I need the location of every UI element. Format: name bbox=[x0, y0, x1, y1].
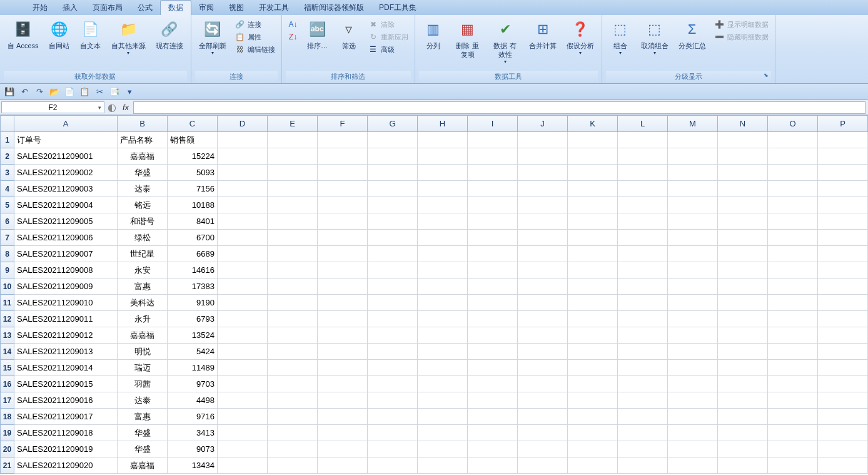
remove-duplicates-button[interactable]: ▦ 删除 重复项 bbox=[450, 18, 485, 60]
cell[interactable] bbox=[268, 165, 318, 181]
cell[interactable] bbox=[268, 409, 318, 425]
cell[interactable]: SALES20211209007 bbox=[14, 246, 118, 262]
cell[interactable] bbox=[318, 246, 368, 262]
cell[interactable] bbox=[518, 311, 568, 327]
cell[interactable] bbox=[418, 213, 468, 230]
cell[interactable] bbox=[718, 262, 768, 278]
cell[interactable] bbox=[418, 360, 468, 376]
cell[interactable] bbox=[518, 262, 568, 278]
cell[interactable] bbox=[318, 311, 368, 327]
cell[interactable] bbox=[718, 344, 768, 360]
cell[interactable] bbox=[568, 441, 618, 457]
cell[interactable]: 华盛 bbox=[118, 165, 168, 181]
cell[interactable] bbox=[418, 311, 468, 327]
cell[interactable] bbox=[718, 148, 768, 165]
cell[interactable] bbox=[718, 295, 768, 311]
column-header-K[interactable]: K bbox=[568, 116, 618, 132]
cell[interactable]: 达泰 bbox=[118, 181, 168, 197]
cell[interactable] bbox=[518, 392, 568, 409]
cell[interactable] bbox=[768, 376, 818, 392]
cell[interactable] bbox=[668, 197, 718, 213]
cell[interactable] bbox=[318, 425, 368, 441]
cell[interactable] bbox=[768, 409, 818, 425]
cell[interactable] bbox=[318, 230, 368, 246]
cell[interactable] bbox=[218, 360, 268, 376]
cell[interactable]: 永升 bbox=[118, 311, 168, 327]
cell[interactable]: 订单号 bbox=[14, 132, 118, 148]
cell[interactable]: SALES20211209020 bbox=[14, 457, 118, 474]
cell[interactable] bbox=[668, 425, 718, 441]
cell[interactable] bbox=[568, 262, 618, 278]
filter-button[interactable]: ▿ 筛选 bbox=[335, 18, 363, 51]
cell[interactable] bbox=[418, 181, 468, 197]
cell[interactable] bbox=[418, 262, 468, 278]
column-header-N[interactable]: N bbox=[718, 116, 768, 132]
cell[interactable] bbox=[468, 441, 518, 457]
cell[interactable] bbox=[568, 148, 618, 165]
cell[interactable] bbox=[368, 457, 418, 474]
cell[interactable] bbox=[268, 344, 318, 360]
row-header[interactable]: 20 bbox=[1, 441, 14, 457]
cell[interactable]: SALES20211209018 bbox=[14, 425, 118, 441]
cell[interactable] bbox=[568, 213, 618, 230]
cell[interactable] bbox=[268, 311, 318, 327]
cell[interactable]: 铭远 bbox=[118, 197, 168, 213]
cell[interactable]: 瑞迈 bbox=[118, 360, 168, 376]
cell[interactable] bbox=[218, 392, 268, 409]
row-header[interactable]: 11 bbox=[1, 295, 14, 311]
cell[interactable]: SALES20211209001 bbox=[14, 148, 118, 165]
cell[interactable] bbox=[618, 278, 668, 295]
cell[interactable] bbox=[318, 327, 368, 344]
cell[interactable] bbox=[468, 246, 518, 262]
cell[interactable]: SALES20211209002 bbox=[14, 165, 118, 181]
existing-connections-button[interactable]: 🔗 现有连接 bbox=[152, 18, 187, 51]
cell[interactable]: SALES20211209010 bbox=[14, 295, 118, 311]
cell[interactable]: 5424 bbox=[168, 344, 218, 360]
cell[interactable] bbox=[518, 457, 568, 474]
cell[interactable]: SALES20211209004 bbox=[14, 197, 118, 213]
cell[interactable] bbox=[618, 457, 668, 474]
cell[interactable]: 14616 bbox=[168, 262, 218, 278]
whatif-button[interactable]: ❓ 假设分析 bbox=[563, 18, 598, 57]
cell[interactable] bbox=[518, 181, 568, 197]
cell[interactable] bbox=[818, 441, 868, 457]
cell[interactable] bbox=[318, 392, 368, 409]
cell[interactable] bbox=[618, 327, 668, 344]
cell[interactable] bbox=[618, 425, 668, 441]
sort-button[interactable]: 🔤 排序… bbox=[303, 18, 332, 51]
cell[interactable] bbox=[218, 457, 268, 474]
cell[interactable] bbox=[718, 409, 768, 425]
cell[interactable] bbox=[468, 181, 518, 197]
column-header-G[interactable]: G bbox=[368, 116, 418, 132]
cell[interactable]: 10188 bbox=[168, 197, 218, 213]
column-header-A[interactable]: A bbox=[14, 116, 118, 132]
cell[interactable] bbox=[818, 409, 868, 425]
cell[interactable] bbox=[418, 132, 468, 148]
cell[interactable]: SALES20211209009 bbox=[14, 278, 118, 295]
cell[interactable]: 9190 bbox=[168, 295, 218, 311]
cell[interactable] bbox=[818, 295, 868, 311]
cell[interactable]: 4498 bbox=[168, 392, 218, 409]
cell[interactable]: SALES20211209011 bbox=[14, 311, 118, 327]
cell[interactable] bbox=[268, 148, 318, 165]
cell[interactable] bbox=[318, 376, 368, 392]
cell[interactable] bbox=[418, 344, 468, 360]
cell[interactable] bbox=[568, 311, 618, 327]
cell[interactable] bbox=[368, 441, 418, 457]
save-button[interactable]: 💾 bbox=[4, 86, 15, 98]
column-header-I[interactable]: I bbox=[468, 116, 518, 132]
row-header[interactable]: 4 bbox=[1, 181, 14, 197]
paste-button[interactable]: 📋 bbox=[79, 86, 90, 98]
cell[interactable] bbox=[218, 344, 268, 360]
cell[interactable]: 绿松 bbox=[118, 230, 168, 246]
cell[interactable] bbox=[418, 425, 468, 441]
cell[interactable] bbox=[518, 148, 568, 165]
cell[interactable] bbox=[268, 392, 318, 409]
cell[interactable] bbox=[368, 181, 418, 197]
cell[interactable] bbox=[218, 295, 268, 311]
cell[interactable]: 6689 bbox=[168, 246, 218, 262]
cell[interactable] bbox=[668, 295, 718, 311]
column-header-H[interactable]: H bbox=[418, 116, 468, 132]
column-header-O[interactable]: O bbox=[768, 116, 818, 132]
cell[interactable] bbox=[318, 409, 368, 425]
